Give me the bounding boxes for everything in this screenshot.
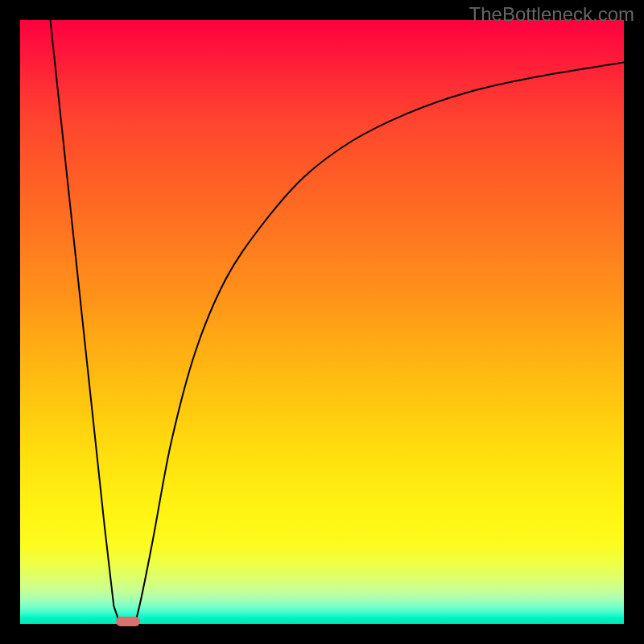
left-branch-curve <box>51 20 120 624</box>
chart-container: TheBottleneck.com <box>0 0 644 644</box>
minimum-marker <box>116 617 140 626</box>
plot-area <box>20 20 624 624</box>
right-branch-curve <box>135 63 625 625</box>
watermark-text: TheBottleneck.com <box>469 3 634 26</box>
curve-layer <box>20 20 624 624</box>
